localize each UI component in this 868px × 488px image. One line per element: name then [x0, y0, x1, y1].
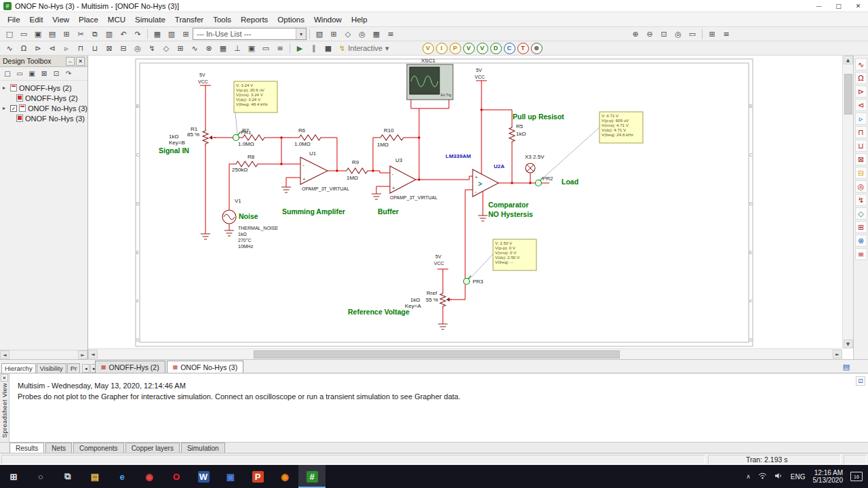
- vcc-symbol[interactable]: 5V VCC: [475, 68, 485, 79]
- open-file-icon[interactable]: ▭: [17, 28, 31, 40]
- refresh-icon[interactable]: ↷: [63, 68, 74, 79]
- taskbar-clock[interactable]: 12:16 AM 5/13/2020: [813, 469, 844, 485]
- chevron-down-icon[interactable]: ▾: [296, 28, 306, 39]
- virtual-mixed-icon[interactable]: ⊟: [855, 167, 867, 179]
- cut-icon[interactable]: ✂: [74, 28, 87, 40]
- edge-icon[interactable]: e: [108, 465, 136, 488]
- menu-item[interactable]: Place: [74, 14, 103, 25]
- place-hierarchical-icon[interactable]: ▭: [259, 42, 273, 54]
- menu-item[interactable]: File: [3, 14, 25, 25]
- virtual-indicator-icon[interactable]: ◎: [855, 180, 867, 192]
- probe-settings-icon[interactable]: ⊛: [531, 43, 542, 54]
- place-rf-icon[interactable]: ∿: [188, 42, 201, 54]
- schematic-canvas[interactable]: B C D E F G B C D E F G: [88, 56, 842, 348]
- opamp-u3[interactable]: - + U3 OPAMP_3T_VIRTUAL: [390, 157, 437, 201]
- task-view-button[interactable]: ⧉: [54, 465, 81, 488]
- virtual-diode-icon[interactable]: ⊳: [855, 85, 867, 98]
- current-probe-icon[interactable]: I: [436, 43, 448, 54]
- sheet-panel-icon[interactable]: ▤: [840, 361, 853, 373]
- place-mixed-icon[interactable]: ⊟: [117, 42, 130, 54]
- description-box-icon[interactable]: ≡: [384, 28, 397, 40]
- teams-icon[interactable]: ▣: [217, 465, 244, 488]
- save-icon[interactable]: ▣: [31, 28, 45, 40]
- component-wizard-icon[interactable]: ▧: [313, 28, 326, 40]
- place-electromech-icon[interactable]: ⊗: [202, 42, 216, 54]
- vcc-symbol[interactable]: 5V VCC: [434, 254, 444, 266]
- resistor-r9[interactable]: R9 1MΩ: [344, 159, 370, 181]
- minimize-button[interactable]: —: [809, 0, 829, 12]
- scroll-right-icon[interactable]: ►: [78, 350, 87, 359]
- power-probe-icon[interactable]: P: [450, 43, 461, 54]
- design-toolbox-icon[interactable]: ▦: [151, 28, 164, 40]
- menu-item[interactable]: Options: [273, 14, 309, 25]
- resistor-r6[interactable]: R6 1.0MΩ: [294, 127, 323, 147]
- ref-voltage-probe-icon[interactable]: V: [477, 43, 488, 54]
- redo-icon[interactable]: ↷: [131, 28, 144, 40]
- canvas-horizontal-scrollbar[interactable]: ◄ ►: [88, 348, 842, 359]
- firefox-icon[interactable]: ◉: [271, 465, 298, 488]
- place-indicator-icon[interactable]: ◎: [131, 42, 144, 54]
- virtual-electromech-icon[interactable]: ≡: [855, 248, 867, 260]
- copy-icon[interactable]: ⧉: [88, 28, 102, 40]
- resistor-r8[interactable]: R8 250kΩ: [232, 154, 260, 173]
- canvas-vertical-scrollbar[interactable]: ▲ ▼: [842, 56, 853, 348]
- chrome-icon[interactable]: ◉: [136, 465, 163, 488]
- speaker-icon[interactable]: [774, 472, 783, 481]
- spreadsheet-view-icon[interactable]: ▥: [165, 28, 178, 40]
- place-analog-icon[interactable]: ▹: [60, 42, 73, 54]
- place-source-icon[interactable]: ∿: [3, 42, 16, 54]
- database-manager-icon[interactable]: ⊞: [327, 28, 340, 40]
- place-ni-component-icon[interactable]: ▦: [216, 42, 230, 54]
- opera-icon[interactable]: O: [163, 465, 190, 488]
- virtual-peripherals-icon[interactable]: ⊞: [855, 221, 867, 233]
- in-use-list-combo[interactable]: --- In-Use List --- ▾: [193, 28, 307, 40]
- potentiometer-r1[interactable]: R1 1kΩ Key=B 85 %: [169, 126, 216, 146]
- place-peripherals-icon[interactable]: ⊞: [174, 42, 187, 54]
- design-toolbox-scrollbar[interactable]: ◄ ►: [0, 350, 87, 359]
- virtual-digital-icon[interactable]: ⊠: [855, 153, 867, 165]
- oscilloscope-xsc1[interactable]: XSC1 Ext Trig: [407, 58, 453, 100]
- tab-simulation[interactable]: Simulation: [181, 443, 225, 453]
- tab-visibility[interactable]: Visibility: [37, 363, 66, 373]
- comparator-u2a[interactable]: + - > LM339AM U2A: [446, 153, 505, 197]
- tree-item-onof-no-hys-root[interactable]: ▸ ✓ ONOF No-Hys (3): [0, 103, 87, 113]
- close-icon[interactable]: ✕: [76, 57, 85, 66]
- place-bus-icon[interactable]: ≡: [273, 42, 287, 54]
- place-basic-icon[interactable]: Ω: [17, 42, 31, 54]
- zoom-sheet-icon[interactable]: ▭: [686, 28, 699, 40]
- tree-item-onoff-hys-root[interactable]: ▸ ONOFF-Hys (2): [0, 83, 87, 93]
- maximize-button[interactable]: □: [829, 0, 848, 12]
- diff-voltage-probe-icon[interactable]: V: [463, 43, 475, 54]
- place-cmos-icon[interactable]: ⊔: [88, 42, 102, 54]
- virtual-misc-icon[interactable]: ◇: [855, 207, 867, 220]
- tree-item-onof-no-hys-sheet[interactable]: ONOF No-Hys (3): [0, 113, 87, 123]
- menu-item[interactable]: Edit: [25, 14, 48, 25]
- menu-item[interactable]: Window: [309, 14, 347, 25]
- run-simulation-icon[interactable]: ▶: [293, 42, 307, 54]
- close-icon[interactable]: ✕: [1, 374, 8, 382]
- stop-simulation-icon[interactable]: ■: [321, 42, 335, 54]
- language-indicator[interactable]: ENG: [791, 473, 806, 481]
- menu-item[interactable]: Transfer: [170, 14, 208, 25]
- expander-icon[interactable]: ▸: [3, 85, 8, 91]
- scroll-right-icon[interactable]: ►: [833, 350, 842, 359]
- sheet-tab-onof-no-hys[interactable]: ▦ ONOF No-Hys (3): [167, 361, 244, 373]
- menu-item[interactable]: MCU: [103, 14, 130, 25]
- paste-icon[interactable]: ▥: [102, 28, 116, 40]
- annotation-labels[interactable]: Signal IN Noise Summing Amplifer Buffer …: [159, 113, 578, 316]
- postprocessor-icon[interactable]: ▦: [370, 28, 383, 40]
- multisim-icon[interactable]: #: [298, 465, 326, 488]
- print-preview-icon[interactable]: ⊞: [60, 28, 73, 40]
- start-button[interactable]: ⊞: [0, 465, 27, 488]
- new-file-icon[interactable]: □: [3, 28, 16, 40]
- scrollbar-thumb[interactable]: [844, 74, 852, 115]
- file-explorer-icon[interactable]: ▤: [81, 465, 108, 488]
- virtual-power-icon[interactable]: ↯: [855, 194, 867, 206]
- close-design-icon[interactable]: ⊠: [39, 68, 50, 79]
- menu-item[interactable]: View: [47, 14, 74, 25]
- sheet-tab-onoff-hys[interactable]: ▦ ONOFF-Hys (2): [95, 361, 165, 373]
- tab-components[interactable]: Components: [73, 443, 124, 453]
- resistor-r10[interactable]: R10 1MΩ: [377, 127, 406, 148]
- virtual-transistor-icon[interactable]: ⊲: [855, 99, 867, 111]
- tab-scroll-left-icon[interactable]: ◂: [82, 364, 90, 373]
